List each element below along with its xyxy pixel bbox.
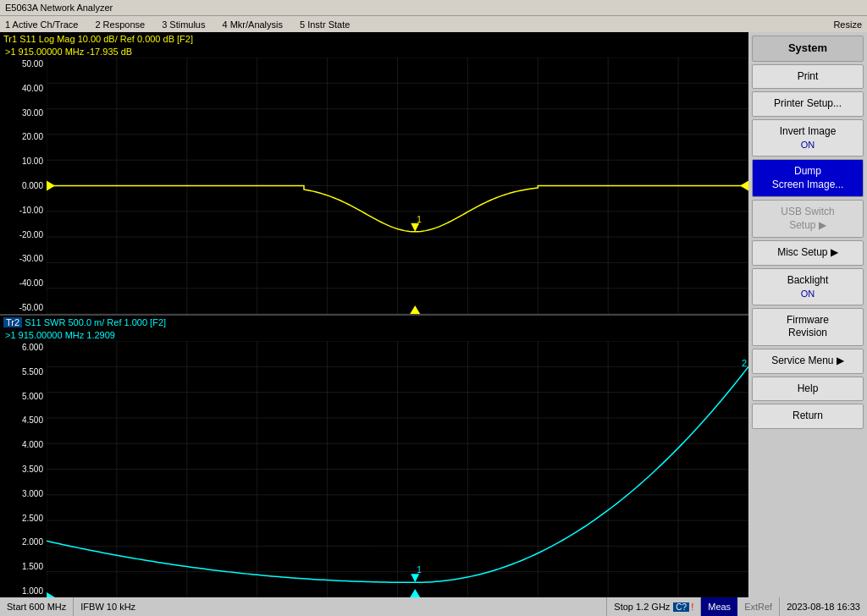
menu-stimulus[interactable]: 3 Stimulus: [162, 19, 205, 30]
y-bot-label-4: 4.000: [0, 440, 47, 449]
status-bar: Start 600 MHz IFBW 10 kHz Stop 1.2 GHz C…: [0, 597, 867, 616]
y-bot-label-7: 2.500: [0, 514, 47, 523]
start-freq-text: Start 600 MHz: [7, 602, 66, 612]
service-menu-arrow-icon: ▶: [837, 355, 844, 366]
firmware-revision-button[interactable]: Firmware Revision: [752, 308, 864, 346]
return-button[interactable]: Return: [752, 404, 864, 429]
main-layout: Tr1 S11 Log Mag 10.00 dB/ Ref 0.000 dB […: [0, 32, 867, 597]
chart-top-header: Tr1 S11 Log Mag 10.00 dB/ Ref 0.000 dB […: [0, 32, 748, 46]
ifbw-status: IFBW 10 kHz: [74, 597, 607, 616]
y-top-label-9: -40.00: [0, 278, 47, 288]
chart-top-trace-info: >1 915.00000 MHz -17.935 dB: [0, 46, 748, 58]
misc-setup-button[interactable]: Misc Setup ▶: [752, 240, 864, 266]
stop-freq-text: Stop 1.2 GHz: [614, 602, 670, 612]
backlight-button[interactable]: Backlight ON: [752, 268, 864, 305]
y-top-label-1: 40.00: [0, 84, 47, 93]
canvas-chart-top: [47, 58, 748, 314]
y-top-label-3: 20.00: [0, 132, 47, 141]
meas-status: Meas: [701, 597, 737, 616]
datetime-status: 2023-08-18 16:33: [780, 597, 867, 616]
menu-bar: 1 Active Ch/Trace 2 Response 3 Stimulus …: [0, 15, 867, 32]
y-bot-label-0: 6.000: [0, 343, 47, 352]
y-bot-label-3: 4.500: [0, 415, 47, 425]
canvas-chart-bottom: [47, 341, 748, 597]
y-bot-label-10: 1.000: [0, 586, 47, 596]
ifbw-text: IFBW 10 kHz: [80, 602, 135, 612]
right-panel: System Print Printer Setup... Invert Ima…: [748, 32, 867, 597]
menu-response[interactable]: 2 Response: [95, 19, 145, 30]
service-menu-button[interactable]: Service Menu ▶: [752, 349, 864, 374]
dump-screen-image-button[interactable]: Dump Screen Image...: [752, 159, 864, 197]
chart-area: Tr1 S11 Log Mag 10.00 dB/ Ref 0.000 dB […: [0, 32, 748, 597]
help-button[interactable]: Help: [752, 377, 864, 402]
chart-top: Tr1 S11 Log Mag 10.00 dB/ Ref 0.000 dB […: [0, 32, 748, 315]
y-bot-label-9: 1.500: [0, 562, 47, 571]
warning-icon: !: [691, 602, 693, 612]
y-top-label-6: -10.00: [0, 206, 47, 215]
usb-switch-setup-button[interactable]: USB Switch Setup ▶: [752, 200, 864, 238]
print-button[interactable]: Print: [752, 64, 864, 90]
y-bot-label-8: 2.000: [0, 537, 47, 547]
stop-freq-status: Stop 1.2 GHz C? !: [607, 597, 701, 616]
y-bot-label-2: 5.000: [0, 392, 47, 401]
start-freq-status: Start 600 MHz: [0, 597, 74, 616]
misc-setup-arrow-icon: ▶: [831, 246, 838, 258]
invert-image-button[interactable]: Invert Image ON: [752, 119, 864, 157]
y-top-label-10: -50.00: [0, 303, 47, 312]
app-title: E5063A Network Analyzer: [5, 3, 113, 13]
system-button[interactable]: System: [752, 36, 864, 62]
usb-arrow-icon: ▶: [819, 219, 826, 231]
y-bot-label-1: 5.500: [0, 367, 47, 377]
y-top-label-0: 50.00: [0, 59, 47, 69]
resize-button[interactable]: Resize: [833, 19, 862, 30]
chart-bottom-trace-info: >1 915.00000 MHz 1.2909: [0, 329, 748, 341]
menu-mkr-analysis[interactable]: 4 Mkr/Analysis: [222, 19, 283, 30]
menu-instr-state[interactable]: 5 Instr State: [300, 19, 350, 30]
chart-bottom-header-text: S11 SWR 500.0 m/ Ref 1.000 [F2]: [25, 317, 166, 327]
chart-bottom: Tr2 S11 SWR 500.0 m/ Ref 1.000 [F2] >1 9…: [0, 315, 748, 597]
y-top-label-8: -30.00: [0, 254, 47, 263]
y-bot-label-6: 3.000: [0, 489, 47, 498]
menu-active-ch[interactable]: 1 Active Ch/Trace: [5, 19, 78, 30]
chart-bottom-header: Tr2 S11 SWR 500.0 m/ Ref 1.000 [F2]: [0, 316, 748, 329]
title-bar: E5063A Network Analyzer: [0, 0, 867, 15]
extref-status: ExtRef: [737, 597, 780, 616]
y-bot-label-5: 3.500: [0, 465, 47, 474]
y-top-label-4: 10.00: [0, 157, 47, 166]
y-top-label-5: 0.000: [0, 181, 47, 190]
y-top-label-2: 30.00: [0, 108, 47, 118]
printer-setup-button[interactable]: Printer Setup...: [752, 91, 864, 117]
y-top-label-7: -20.00: [0, 230, 47, 239]
channel-badge: C?: [673, 602, 689, 612]
